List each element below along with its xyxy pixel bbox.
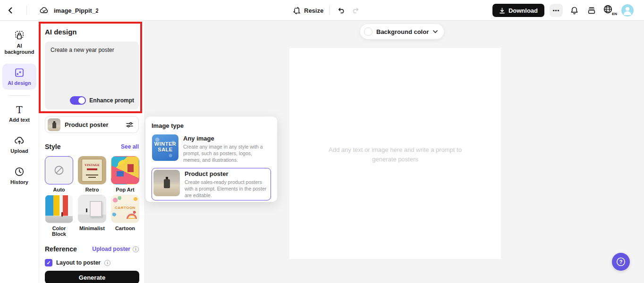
style-option-color-block[interactable]: Color Block <box>45 195 73 237</box>
chevron-down-icon <box>432 29 438 34</box>
see-all-link[interactable]: See all <box>121 143 139 150</box>
image-type-popup: Image type WINTER SALE Any image Create … <box>145 117 277 202</box>
tool-sidebar: AI background AI design T Add text Uploa… <box>0 21 39 283</box>
style-thumb-cartoon[interactable]: CARTOON <box>111 195 139 223</box>
layout-to-poster-row: ✓ Layout to poster i <box>45 259 139 266</box>
sidebar-divider <box>9 95 30 96</box>
person-art <box>61 212 63 216</box>
perfume-bottle-art <box>164 179 170 188</box>
prompt-input[interactable]: Create a new year poster Enhance prompt <box>45 42 139 109</box>
printer-icon <box>587 6 596 15</box>
image-type-selector[interactable]: Product poster <box>45 116 139 133</box>
style-label: Auto <box>53 187 65 192</box>
layout-to-poster-label: Layout to poster <box>56 259 101 266</box>
rainbow-art <box>127 214 137 219</box>
style-thumb-color-block[interactable] <box>45 195 73 223</box>
style-option-minimalist[interactable]: Minimalist <box>78 195 106 237</box>
enhance-prompt-row: Enhance prompt <box>70 96 134 105</box>
color-swatch <box>364 27 373 36</box>
back-button[interactable] <box>0 0 21 21</box>
resize-button[interactable]: Resize <box>293 7 323 15</box>
style-thumb-minimalist[interactable] <box>78 195 106 223</box>
style-option-retro[interactable]: VINTAGE Retro <box>78 156 106 192</box>
chevron-left-icon <box>7 7 14 14</box>
language-button[interactable]: EN <box>603 4 616 17</box>
divider <box>329 6 330 15</box>
resize-label: Resize <box>304 7 323 14</box>
ai-background-icon <box>14 30 25 41</box>
sale-text-line: SALE <box>152 147 178 152</box>
undo-button[interactable] <box>335 4 348 17</box>
style-heading: Style <box>45 143 60 150</box>
background-color-dropdown[interactable]: Background color <box>360 24 444 39</box>
option-description: Create sales-ready product posters with … <box>185 179 269 199</box>
globe-icon <box>603 4 613 14</box>
topbar-right: Download ••• EN <box>492 0 634 21</box>
style-label: Cartoon <box>115 225 135 231</box>
info-icon: i <box>104 260 110 266</box>
sidebar-item-history[interactable]: History <box>2 163 36 188</box>
language-code: EN <box>612 12 617 16</box>
background-color-label: Background color <box>376 28 429 35</box>
sidebar-item-label: History <box>10 179 28 185</box>
panel-title: AI design <box>45 28 139 36</box>
winter-sale-text: WINTER SALE <box>152 141 178 152</box>
upload-poster-link[interactable]: Upload poster <box>92 246 130 252</box>
design-canvas[interactable]: Add any text or image here and write a p… <box>289 48 501 259</box>
layout-to-poster-checkbox[interactable]: ✓ <box>45 259 52 266</box>
svg-text:?: ? <box>619 259 623 265</box>
style-grid: Auto VINTAGE Retro Pop Art Color Block <box>45 156 139 237</box>
download-label: Download <box>508 7 538 14</box>
style-option-pop-art[interactable]: Pop Art <box>111 156 139 192</box>
retro-art-bar <box>87 168 97 170</box>
print-queue-button[interactable] <box>585 4 598 17</box>
reference-heading: Reference <box>45 245 77 253</box>
sidebar-item-ai-design[interactable]: AI design <box>2 64 36 89</box>
reference-section-header: Reference Upload poster i <box>45 245 139 253</box>
help-button[interactable]: ? <box>612 253 630 271</box>
image-type-option-product-poster[interactable]: Product poster Create sales-ready produc… <box>152 168 271 201</box>
banana-art <box>117 158 127 166</box>
option-title: Any image <box>183 135 271 142</box>
retro-thumb-text: VINTAGE <box>78 163 106 166</box>
style-option-cartoon[interactable]: CARTOON Cartoon <box>111 195 139 237</box>
document-title[interactable]: image_Pippit_20 <box>54 7 98 14</box>
download-button[interactable]: Download <box>492 4 544 17</box>
style-thumb-pop-art[interactable] <box>111 156 139 184</box>
sidebar-item-upload[interactable]: Upload <box>2 132 36 157</box>
none-slash-icon <box>53 165 65 176</box>
toggle-knob <box>78 97 85 104</box>
retro-art-line <box>86 175 98 175</box>
redo-button[interactable] <box>348 4 362 17</box>
sidebar-item-add-text[interactable]: T Add text <box>2 101 36 126</box>
notifications-button[interactable] <box>568 4 580 17</box>
style-label: Minimalist <box>79 225 105 231</box>
more-options-button[interactable]: ••• <box>550 4 563 17</box>
any-image-thumbnail: WINTER SALE <box>152 134 178 161</box>
sidebar-item-label: AI background <box>2 43 36 55</box>
style-thumb-auto[interactable] <box>45 156 73 184</box>
image-type-popup-title: Image type <box>152 122 271 129</box>
user-avatar[interactable] <box>621 4 634 17</box>
style-section-header: Style See all <box>45 143 139 150</box>
text-icon: T <box>16 105 22 115</box>
style-option-auto[interactable]: Auto <box>45 156 73 192</box>
cloud-saved-icon <box>39 6 49 16</box>
style-label: Color Block <box>45 225 73 237</box>
enhance-prompt-toggle[interactable] <box>70 96 86 105</box>
product-poster-thumbnail <box>48 118 60 131</box>
topbar-center: Resize <box>293 0 362 21</box>
image-type-option-any-image[interactable]: WINTER SALE Any image Create any image i… <box>152 134 271 164</box>
style-label: Pop Art <box>116 187 134 192</box>
retro-art-line <box>88 177 96 178</box>
style-thumb-retro[interactable]: VINTAGE <box>78 156 106 184</box>
download-icon <box>499 8 505 14</box>
sidebar-item-ai-background[interactable]: AI background <box>2 26 36 58</box>
image-type-selected-label: Product poster <box>65 121 126 128</box>
top-bar: image_Pippit_20 Resize Download ••• EN <box>0 0 644 21</box>
sidebar-item-label: Upload <box>10 148 28 154</box>
generate-button[interactable]: Generate <box>45 271 139 283</box>
divider <box>26 6 27 15</box>
frame-art <box>90 201 102 217</box>
option-title: Product poster <box>185 170 269 177</box>
